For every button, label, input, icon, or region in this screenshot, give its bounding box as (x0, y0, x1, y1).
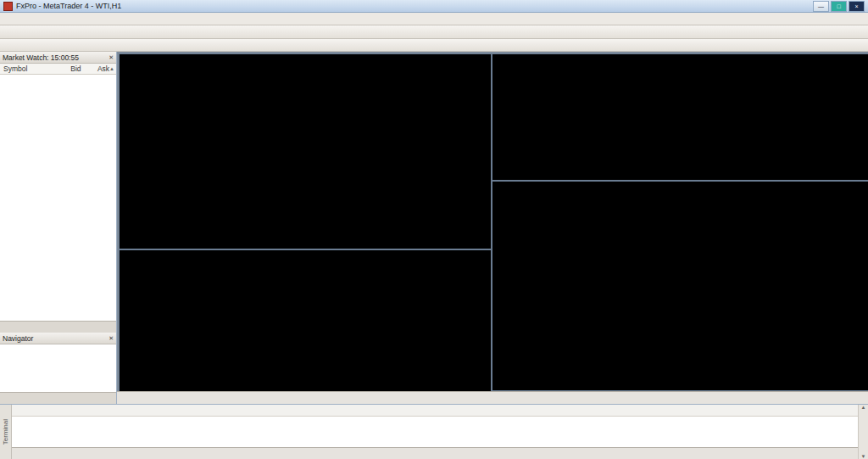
minimize-button[interactable]: — (813, 1, 829, 12)
chart-window-wti[interactable] (492, 53, 868, 181)
toolbar-standard (0, 25, 868, 39)
market-watch-list (0, 75, 116, 321)
app-icon (3, 2, 13, 11)
close-button[interactable]: × (849, 1, 865, 12)
scroll-down-icon[interactable]: ▼ (861, 454, 866, 459)
market-watch-header: Market Watch: 15:00:55 ✕ (0, 52, 116, 64)
navigator-title: Navigator (3, 334, 33, 343)
terminal-side-label: Terminal (0, 405, 12, 459)
market-watch-title: Market Watch: 15:00:55 (3, 53, 79, 62)
left-panel: Market Watch: 15:00:55 ✕ Symbol Bid Ask … (0, 52, 117, 404)
terminal-tabs (12, 447, 858, 459)
chart-window-bitcoin[interactable] (492, 181, 868, 391)
scroll-up-icon[interactable]: ▲ (861, 405, 866, 410)
navigator-tree (0, 344, 116, 392)
codebase-table-header (12, 405, 858, 417)
toolbar-line-studies (0, 39, 868, 52)
window-title: FxPro - MetaTrader 4 - WTI,H1 (16, 2, 810, 10)
col-bid[interactable]: Bid (50, 64, 81, 73)
col-ask[interactable]: Ask (81, 64, 109, 73)
chart-window-tab-bar (117, 391, 868, 404)
menu-bar (0, 13, 868, 25)
terminal-panel: Terminal ▲ ▼ (0, 404, 868, 459)
title-bar: FxPro - MetaTrader 4 - WTI,H1 — □ × (0, 0, 868, 13)
maximize-button[interactable]: □ (831, 1, 847, 12)
market-watch-close-icon[interactable]: ✕ (108, 54, 114, 61)
col-symbol[interactable]: Symbol (0, 64, 50, 73)
navigator-close-icon[interactable]: ✕ (108, 335, 114, 342)
navigator-header: Navigator ✕ (0, 333, 116, 344)
navigator-tabs (0, 392, 116, 404)
chart-window-gold[interactable] (119, 249, 492, 392)
scroll-up-icon[interactable]: ▲ (109, 66, 114, 71)
codebase-table (12, 405, 858, 447)
application-window: FxPro - MetaTrader 4 - WTI,H1 — □ × Mark… (0, 0, 868, 459)
chart-workspace (117, 52, 868, 404)
terminal-scrollbar[interactable]: ▲ ▼ (858, 405, 868, 459)
market-watch-column-headers: Symbol Bid Ask ▲ (0, 64, 116, 75)
market-watch-tabs (0, 321, 116, 333)
chart-window-eurusd[interactable] (119, 53, 492, 249)
